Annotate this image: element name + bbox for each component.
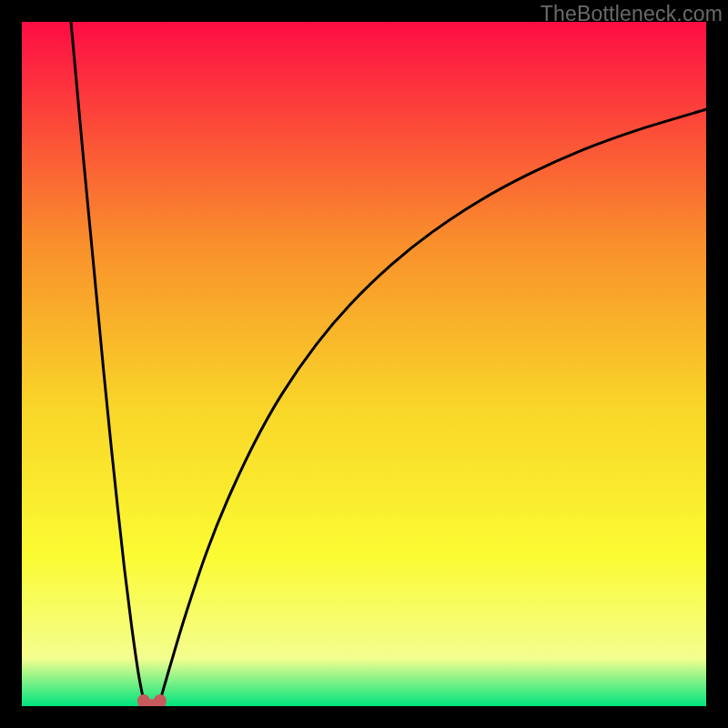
optimum-marker bbox=[144, 701, 160, 705]
gradient-background bbox=[22, 22, 706, 706]
attribution-text: TheBottleneck.com bbox=[541, 2, 723, 26]
bottleneck-chart bbox=[22, 22, 706, 706]
chart-frame bbox=[22, 22, 706, 706]
